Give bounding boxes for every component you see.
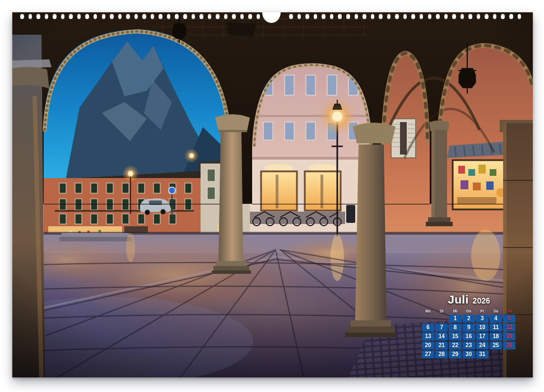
calendar-day-28: 28 <box>435 351 448 358</box>
weekday-label-sa: Sa <box>490 309 502 313</box>
weekday-label-so: So <box>503 309 515 313</box>
calendar-day-5: 5 <box>503 315 515 323</box>
calendar-day-19: 19 <box>503 333 515 340</box>
calendar-day-17: 17 <box>476 333 489 340</box>
calendar-day-24: 24 <box>476 342 489 349</box>
calendar-day-8: 8 <box>449 324 461 332</box>
calendar-day-29: 29 <box>449 351 461 358</box>
calendar-day-1: 1 <box>449 315 461 323</box>
calendar-day-20: 20 <box>422 342 434 349</box>
calendar-day-15: 15 <box>449 333 461 340</box>
calendar-day-9: 9 <box>463 324 475 332</box>
calendar-day-25: 25 <box>490 342 502 349</box>
calendar-title: Juli 2026 <box>422 293 516 306</box>
weekday-label-fr: Fr <box>476 309 489 313</box>
calendar-days-grid: 1234567891011121314151617181920212223242… <box>422 315 516 358</box>
calendar-empty-cell <box>422 315 434 323</box>
calendar-day-11: 11 <box>490 324 502 332</box>
calendar-day-31: 31 <box>476 351 489 358</box>
calendar-empty-cell <box>503 351 515 358</box>
calendar-block: Juli 2026 MoDiMiDoFrSaSo 123456789101112… <box>422 293 516 358</box>
calendar-weekday-row: MoDiMiDoFrSaSo <box>422 309 516 313</box>
screenshot-root: { "product": { "type": "wall-calendar-pa… <box>0 0 544 392</box>
calendar-page: Juli 2026 MoDiMiDoFrSaSo 123456789101112… <box>12 12 533 377</box>
weekday-label-di: Di <box>435 309 448 313</box>
calendar-month: Juli <box>448 293 468 306</box>
calendar-day-21: 21 <box>435 342 448 349</box>
weekday-label-do: Do <box>463 309 475 313</box>
calendar-day-13: 13 <box>422 333 434 340</box>
calendar-day-7: 7 <box>435 324 448 332</box>
weekday-label-mi: Mi <box>449 309 461 313</box>
calendar-empty-cell <box>490 351 502 358</box>
calendar-day-27: 27 <box>422 351 434 358</box>
calendar-day-30: 30 <box>463 351 475 358</box>
calendar-day-4: 4 <box>490 315 502 323</box>
calendar-year: 2026 <box>473 296 490 305</box>
calendar-day-12: 12 <box>503 324 515 332</box>
calendar-day-18: 18 <box>490 333 502 340</box>
calendar-day-16: 16 <box>463 333 475 340</box>
calendar-day-26: 26 <box>503 342 515 349</box>
calendar-page-mockup: Juli 2026 MoDiMiDoFrSaSo 123456789101112… <box>0 0 544 392</box>
calendar-day-22: 22 <box>449 342 461 349</box>
calendar-day-6: 6 <box>422 324 434 332</box>
calendar-day-3: 3 <box>476 315 489 323</box>
calendar-empty-cell <box>435 315 448 323</box>
calendar-day-10: 10 <box>476 324 489 332</box>
calendar-day-2: 2 <box>463 315 475 323</box>
weekday-label-mo: Mo <box>422 309 434 313</box>
calendar-day-23: 23 <box>463 342 475 349</box>
calendar-day-14: 14 <box>435 333 448 340</box>
